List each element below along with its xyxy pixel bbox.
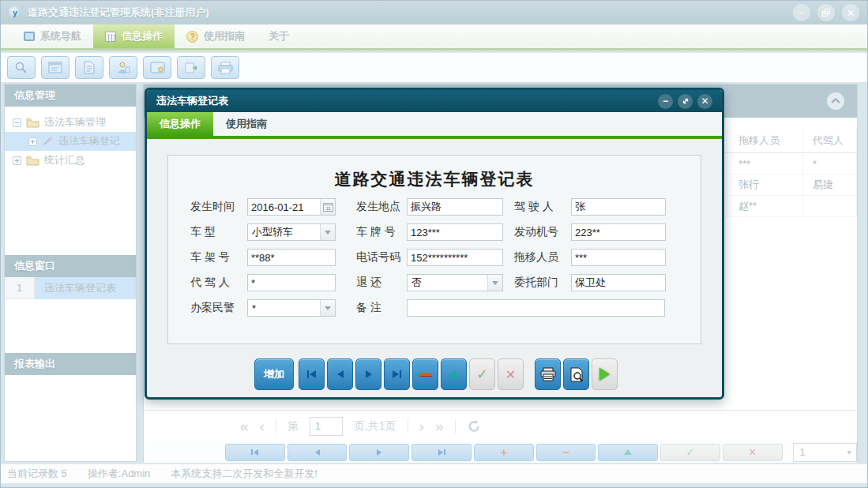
- text-input[interactable]: [572, 199, 665, 215]
- text-input[interactable]: [408, 300, 664, 316]
- page-number-input[interactable]: [310, 417, 343, 436]
- dialog-maximize-icon[interactable]: [678, 94, 693, 109]
- next-button[interactable]: [355, 358, 381, 390]
- calendar-icon[interactable]: [320, 199, 335, 215]
- confirm-record-button[interactable]: ✓: [660, 444, 720, 461]
- print-icon: [218, 62, 233, 74]
- confirm-button[interactable]: ✓: [469, 358, 495, 390]
- add-button[interactable]: 增加: [254, 358, 294, 390]
- prev-page-icon[interactable]: ‹: [260, 419, 265, 434]
- window-view-button[interactable]: [143, 56, 171, 79]
- column-header-substitute-driver[interactable]: 代驾人: [803, 129, 857, 152]
- chevron-down-icon[interactable]: [320, 224, 335, 240]
- menu-item-about[interactable]: 关于: [257, 24, 301, 48]
- close-icon[interactable]: ✕: [842, 4, 859, 21]
- collapse-panel-icon[interactable]: [827, 92, 844, 110]
- tab-user-guide[interactable]: 使用指南: [213, 112, 280, 136]
- text-input[interactable]: [248, 275, 335, 291]
- prev-record-button[interactable]: [287, 444, 348, 461]
- substitute-driver-field: [247, 274, 336, 291]
- field-label: 发生时间: [190, 200, 247, 214]
- return-select[interactable]: 否: [407, 274, 503, 291]
- export-button[interactable]: [177, 56, 205, 79]
- add-record-button[interactable]: +: [474, 444, 534, 461]
- prev-button[interactable]: [327, 358, 353, 390]
- vehicle-type-select[interactable]: 小型轿车: [247, 223, 336, 241]
- first-button[interactable]: [299, 358, 325, 390]
- text-input[interactable]: [572, 224, 665, 240]
- window-icon: [150, 62, 165, 73]
- menubar: 系统导航 信息操作 ? 使用指南 关于: [1, 24, 867, 51]
- tree-item-violation-register[interactable]: 违法车辆登记: [5, 132, 136, 151]
- cancel-button[interactable]: ✕: [498, 358, 524, 390]
- tab-info-operation[interactable]: 信息操作: [147, 112, 213, 136]
- section-header-info-window[interactable]: 信息窗口: [5, 255, 136, 277]
- expand-expander-icon[interactable]: [13, 156, 21, 165]
- text-input[interactable]: [572, 275, 665, 291]
- field-label: 车 牌 号: [356, 225, 407, 239]
- first-page-icon[interactable]: «: [240, 419, 249, 434]
- print-button[interactable]: [211, 56, 239, 79]
- dialog-minimize-icon[interactable]: −: [658, 94, 673, 109]
- text-input[interactable]: [408, 199, 502, 215]
- user-button[interactable]: [109, 56, 137, 79]
- date-input[interactable]: [248, 199, 320, 215]
- delete-record-button[interactable]: −: [536, 444, 596, 461]
- text-input[interactable]: [248, 250, 335, 265]
- record-toolbar: + − ✓ ✕ 1 ▾: [144, 441, 857, 463]
- field-label: 退 还: [356, 276, 407, 290]
- text-input[interactable]: [572, 250, 665, 265]
- record-count-select[interactable]: 1 ▾: [793, 443, 857, 462]
- search-button[interactable]: [7, 56, 36, 79]
- run-button[interactable]: [592, 358, 618, 390]
- occur-place-field: [407, 198, 503, 216]
- list-item-label: 违法车辆登记表: [35, 277, 136, 299]
- expand-expander-icon[interactable]: [28, 137, 37, 146]
- document-button[interactable]: [75, 56, 103, 79]
- last-record-button[interactable]: [411, 444, 472, 461]
- menu-item-system-nav[interactable]: 系统导航: [12, 24, 93, 48]
- edit-record-button[interactable]: [598, 444, 658, 461]
- text-input[interactable]: [408, 250, 502, 265]
- section-header-info-management[interactable]: 信息管理: [5, 84, 136, 107]
- menu-item-user-guide[interactable]: ? 使用指南: [175, 24, 257, 48]
- delete-button[interactable]: [412, 358, 438, 390]
- form-button[interactable]: [41, 56, 70, 79]
- field-label: 驾 驶 人: [514, 200, 571, 214]
- case-officer-select[interactable]: *: [247, 299, 336, 317]
- dialog-titlebar[interactable]: 违法车辆登记表 − ✕: [147, 90, 722, 112]
- towing-person-field: [571, 249, 666, 266]
- chevron-down-icon[interactable]: [320, 300, 335, 316]
- print-icon: [540, 367, 556, 381]
- column-header-towing-person[interactable]: 拖移人员: [727, 129, 803, 152]
- field-label: 发生地点: [356, 200, 407, 214]
- dialog-close-icon[interactable]: ✕: [697, 94, 712, 109]
- list-item[interactable]: 1 违法车辆登记表: [5, 277, 136, 299]
- page-suffix-label: 页,共1页: [354, 419, 396, 434]
- section-header-report-output[interactable]: 报表输出: [5, 353, 136, 375]
- form-title: 道路交通违法车辆登记表: [168, 168, 701, 190]
- print-preview-button[interactable]: [563, 358, 589, 390]
- last-button[interactable]: [384, 358, 410, 390]
- tree-item-vehicle-management[interactable]: 违法车辆管理: [5, 113, 136, 132]
- next-record-button[interactable]: [349, 444, 409, 461]
- print-form-button[interactable]: [535, 358, 561, 390]
- titlebar: y 道路交通违法登记管理系统(非注册用户) − ✕: [1, 1, 867, 24]
- tree-item-statistics[interactable]: 统计汇总: [5, 151, 136, 170]
- edit-button[interactable]: [441, 358, 467, 390]
- restore-icon[interactable]: [817, 4, 835, 21]
- text-input[interactable]: [408, 224, 502, 240]
- first-record-button[interactable]: [225, 444, 285, 461]
- nav-tree: 违法车辆管理 违法车辆登记 统计汇总: [5, 107, 136, 255]
- menu-item-info-operation[interactable]: 信息操作: [93, 24, 175, 48]
- last-page-icon[interactable]: »: [435, 419, 444, 434]
- minimize-icon[interactable]: −: [793, 4, 810, 21]
- collapse-expander-icon[interactable]: [13, 118, 21, 127]
- next-page-icon[interactable]: ›: [419, 419, 424, 434]
- app-window: y 道路交通违法登记管理系统(非注册用户) − ✕ 系统导航 信息操作 ? 使用…: [0, 0, 868, 488]
- cancel-record-button[interactable]: ✕: [723, 444, 783, 461]
- help-icon: ?: [186, 31, 198, 43]
- field-label: 发动机号: [514, 225, 571, 239]
- refresh-icon[interactable]: [467, 419, 481, 434]
- chevron-down-icon[interactable]: [487, 275, 502, 291]
